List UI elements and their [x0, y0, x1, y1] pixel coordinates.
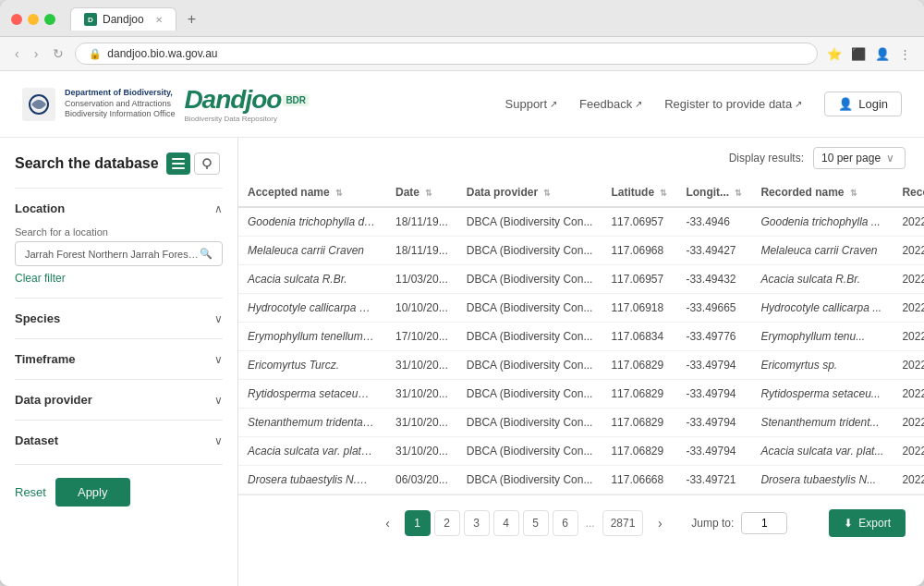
back-button[interactable]: ‹	[11, 44, 23, 63]
logo-badge: BDR	[283, 94, 309, 106]
more-icon[interactable]: ⋮	[897, 45, 913, 63]
list-view-button[interactable]	[166, 153, 190, 175]
map-view-button[interactable]	[194, 153, 220, 175]
cell-record-id-3: 2022GcSCzd2cd031	[893, 294, 924, 323]
nav-register-link[interactable]: Register to provide data ↗	[664, 97, 802, 111]
table-row[interactable]: Hydrocotyle callicarpa Bunge 10/10/20...…	[238, 294, 924, 323]
svg-rect-4	[172, 167, 185, 169]
col-header-data-provider[interactable]: Data provider ⇅	[457, 178, 602, 207]
sort-icon-data-provider: ⇅	[543, 189, 551, 198]
bookmark-icon[interactable]: ⭐	[825, 45, 844, 63]
page-4-button[interactable]: 4	[493, 510, 519, 536]
cell-accepted-name-9: Drosera tubaestylis N.Marchant & Lo...	[238, 466, 386, 494]
col-header-date[interactable]: Date ⇅	[386, 178, 457, 207]
col-label-latitude: Latitude	[611, 186, 654, 199]
species-chevron-icon: ∨	[214, 312, 223, 325]
reset-button[interactable]: Reset	[15, 485, 46, 499]
location-input-value: Jarrah Forest Northern Jarrah Forest (I.…	[25, 249, 200, 260]
profile-icon[interactable]: 👤	[873, 45, 892, 63]
nav-feedback-link[interactable]: Feedback ↗	[579, 97, 642, 111]
cell-accepted-name-3: Hydrocotyle callicarpa Bunge	[238, 294, 386, 323]
table-row[interactable]: Rytidosperma setaceum (R.Br.) Conn... 31…	[238, 380, 924, 409]
tab-label: Dandjoo	[103, 13, 144, 26]
external-link-icon-2: ↗	[635, 99, 642, 109]
next-page-button[interactable]: ›	[647, 510, 673, 536]
cell-longitude-7: -33.49794	[676, 409, 751, 437]
col-header-record-id[interactable]: Record ID ⇅	[893, 178, 924, 207]
per-page-chevron-icon: ∨	[886, 152, 894, 165]
apply-button[interactable]: Apply	[55, 478, 130, 507]
page-6-button[interactable]: 6	[553, 510, 578, 536]
timeframe-section-header[interactable]: Timeframe ∨	[15, 348, 223, 370]
cell-data-provider-0: DBCA (Biodiversity Con...	[457, 207, 602, 237]
sidebar-view-icons	[166, 153, 220, 175]
table-row[interactable]: Acacia sulcata R.Br. 11/03/20... DBCA (B…	[238, 265, 924, 294]
logo-dandjoo-text: Dandjoo	[184, 85, 281, 115]
cell-data-provider-4: DBCA (Biodiversity Con...	[457, 323, 602, 351]
col-header-longitude[interactable]: Longit... ⇅	[676, 178, 751, 207]
species-section-header[interactable]: Species ∨	[15, 308, 223, 329]
location-search-icon: 🔍	[200, 248, 213, 260]
dataset-section-header[interactable]: Dataset ∨	[15, 430, 223, 451]
page-1-button[interactable]: 1	[405, 510, 431, 536]
cell-date-2: 11/03/20...	[386, 265, 457, 294]
maximize-dot[interactable]	[44, 14, 55, 25]
forward-button[interactable]: ›	[30, 44, 43, 63]
cell-latitude-3: 117.06918	[602, 294, 676, 323]
per-page-select[interactable]: 10 per page ∨	[813, 147, 906, 169]
data-provider-section-header[interactable]: Data provider ∨	[15, 389, 223, 410]
col-header-latitude[interactable]: Latitude ⇅	[602, 178, 676, 207]
browser-nav-icons: ⭐ ⬛ 👤 ⋮	[825, 45, 913, 63]
login-label: Login	[858, 97, 888, 111]
cell-data-provider-1: DBCA (Biodiversity Con...	[457, 237, 602, 265]
close-dot[interactable]	[11, 14, 22, 25]
nav-support-label: Support	[505, 97, 548, 111]
browser-tab[interactable]: D Dandjoo ✕	[70, 7, 176, 31]
table-row[interactable]: Melaleuca carrii Craven 18/11/19... DBCA…	[238, 237, 924, 265]
cell-longitude-4: -33.49776	[676, 323, 751, 351]
cell-latitude-5: 117.06829	[602, 351, 676, 380]
login-button[interactable]: 👤 Login	[824, 92, 902, 116]
table-row[interactable]: Stenanthemum tridentatum (Steud.) ... 31…	[238, 409, 924, 437]
location-section-title: Location	[15, 201, 65, 215]
col-header-accepted-name[interactable]: Accepted name ⇅	[238, 178, 386, 207]
table-row[interactable]: Erymophyllum tenellum (Turcz.) Paul... 1…	[238, 323, 924, 351]
tab-close-icon[interactable]: ✕	[155, 15, 163, 25]
cell-date-8: 31/10/20...	[386, 437, 457, 466]
location-input[interactable]: Jarrah Forest Northern Jarrah Forest (I.…	[15, 241, 223, 266]
cell-recorded-name-2: Acacia sulcata R.Br.	[751, 265, 893, 294]
cell-record-id-7: 2022GcDADg81c43ac	[893, 409, 924, 437]
minimize-dot[interactable]	[28, 14, 39, 25]
col-header-recorded-name[interactable]: Recorded name ⇅	[751, 178, 893, 207]
reload-button[interactable]: ↻	[49, 44, 67, 63]
cell-longitude-3: -33.49665	[676, 294, 751, 323]
cell-record-id-4: 2022GcPQ48202643	[893, 323, 924, 351]
export-button[interactable]: ⬇ Export	[829, 509, 906, 537]
page-5-button[interactable]: 5	[523, 510, 549, 536]
table-row[interactable]: Acacia sulcata var. platyphylla Maide...…	[238, 437, 924, 466]
clear-filter-link[interactable]: Clear filter	[15, 272, 223, 285]
location-section-header[interactable]: Location ∧	[15, 198, 223, 219]
main-content: Display results: 10 per page ∨ Accepted …	[238, 138, 924, 586]
nav-support-link[interactable]: Support ↗	[505, 97, 558, 111]
svg-point-5	[203, 159, 211, 166]
logo-subtitle: Biodiversity Data Repository	[184, 115, 309, 123]
extensions-icon[interactable]: ⬛	[849, 45, 868, 63]
jump-to-input[interactable]	[741, 512, 787, 534]
table-row[interactable]: Ericomyrtus Turcz. 31/10/20... DBCA (Bio…	[238, 351, 924, 380]
map-view-icon	[201, 157, 213, 170]
address-bar[interactable]: 🔒 dandjoo.bio.wa.gov.au	[75, 43, 818, 65]
table-row[interactable]: Goodenia trichophylla de Vriese ex B... …	[238, 207, 924, 237]
page-2-button[interactable]: 2	[434, 510, 460, 536]
sort-icon-date: ⇅	[425, 189, 432, 198]
table-row[interactable]: Drosera tubaestylis N.Marchant & Lo... 0…	[238, 466, 924, 494]
page-3-button[interactable]: 3	[464, 510, 490, 536]
col-label-record-id: Record ID	[902, 186, 924, 199]
tab-favicon: D	[84, 13, 97, 26]
cell-date-6: 31/10/20...	[386, 380, 457, 409]
last-page-button[interactable]: 2871	[602, 510, 644, 536]
new-tab-button[interactable]: +	[188, 11, 196, 28]
browser-window: D Dandjoo ✕ + ‹ › ↻ 🔒 dandjoo.bio.wa.gov…	[0, 0, 924, 586]
species-section-title: Species	[15, 311, 60, 325]
prev-page-button[interactable]: ‹	[375, 510, 401, 536]
